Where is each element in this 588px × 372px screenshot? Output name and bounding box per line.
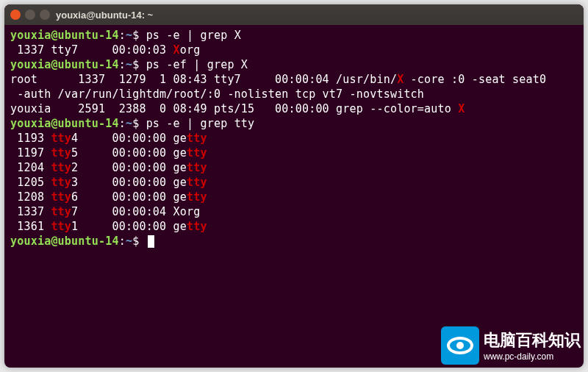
prompt-user-host: youxia@ubuntu-14 [10,235,119,248]
window-title: youxia@ubuntu-14: ~ [56,10,153,21]
grep-match: tty [51,190,71,204]
prompt-symbol: $ [132,235,146,248]
output-text: -auth /var/run/lightdm/root/:0 -nolisten… [10,87,424,101]
prompt-user-host: youxia@ubuntu-14 [10,117,119,130]
prompt-symbol: $ [132,58,146,71]
watermark-url: www.pc-daily.com [484,351,581,362]
grep-match: tty [187,161,207,174]
prompt-user-host: youxia@ubuntu-14 [10,29,119,42]
cursor-icon [148,235,154,248]
output-text: 1 00:00:00 ge [71,220,187,233]
watermark-main: 电脑百科知识 [484,329,581,351]
watermark: 电脑百科知识 www.pc-daily.com [441,326,581,365]
terminal-area[interactable]: youxia@ubuntu-14:~$ ps -e | grep X 1337 … [4,25,584,251]
prompt-colon: : [119,235,126,248]
grep-match: X [397,73,404,86]
output-line: -auth /var/run/lightdm/root/:0 -nolisten… [10,87,578,101]
grep-match: tty [187,190,207,204]
grep-match: tty [51,161,71,174]
output-text: 3 00:00:00 ge [71,176,187,189]
prompt-line: youxia@ubuntu-14:~$ ps -e | grep tty [10,116,578,131]
prompt-colon: : [119,29,126,42]
close-icon[interactable] [10,10,21,20]
output-line: 1193 tty4 00:00:00 getty [10,131,578,146]
output-text: youxia 2591 2388 0 08:49 pts/15 00:00:00… [10,102,458,115]
output-text: 1361 [10,220,51,233]
output-text: 1197 [10,146,51,160]
output-text: -core :0 -seat seat0 [404,73,546,86]
output-text: root 1337 1279 1 08:43 tty7 00:00:04 /us… [10,73,397,86]
output-text: 2 00:00:00 ge [71,161,187,174]
grep-match: tty [187,220,207,233]
prompt-path: ~ [126,29,132,42]
output-text: 1337 tty7 00:00:03 [10,43,173,57]
output-text: 4 00:00:00 ge [71,132,187,145]
grep-match: tty [51,146,71,160]
output-text: 1193 [10,132,51,145]
output-text: 1208 [10,190,51,204]
output-line: 1204 tty2 00:00:00 getty [10,160,578,175]
prompt-path: ~ [126,58,132,71]
watermark-text: 电脑百科知识 www.pc-daily.com [484,329,581,362]
grep-match: tty [51,205,71,218]
terminal-window: youxia@ubuntu-14: ~ youxia@ubuntu-14:~$ … [4,4,584,368]
eye-icon [441,326,479,365]
output-line: 1208 tty6 00:00:00 getty [10,190,578,204]
prompt-path: ~ [126,235,132,248]
command-text: ps -e | grep X [146,29,241,42]
output-line: 1361 tty1 00:00:00 getty [10,219,578,234]
prompt-user-host: youxia@ubuntu-14 [10,58,119,71]
prompt-colon: : [119,117,126,130]
output-line: youxia 2591 2388 0 08:49 pts/15 00:00:00… [10,101,578,116]
grep-match: tty [51,176,71,189]
maximize-icon[interactable] [40,10,50,20]
prompt-line: youxia@ubuntu-14:~$ ps -ef | grep X [10,57,578,72]
output-line: 1337 tty7 00:00:03 Xorg [10,43,578,57]
output-line: 1205 tty3 00:00:00 getty [10,175,578,190]
grep-match: tty [51,220,71,233]
prompt-symbol: $ [132,29,146,42]
prompt-path: ~ [126,117,132,130]
prompt-line: youxia@ubuntu-14:~$ [10,234,578,248]
grep-match: tty [51,132,71,145]
command-text: ps -e | grep tty [146,117,255,130]
grep-match: tty [187,132,207,145]
grep-match: X [173,43,180,57]
minimize-icon[interactable] [25,10,35,20]
output-line: root 1337 1279 1 08:43 tty7 00:00:04 /us… [10,72,578,87]
command-text: ps -ef | grep X [146,58,248,71]
output-text: 7 00:00:04 Xorg [71,205,200,218]
output-text: 1204 [10,161,51,174]
window-controls [10,10,50,20]
output-text: 1205 [10,176,51,189]
output-line: 1337 tty7 00:00:04 Xorg [10,204,578,219]
prompt-colon: : [119,58,126,71]
output-text: 5 00:00:00 ge [71,146,187,160]
prompt-line: youxia@ubuntu-14:~$ ps -e | grep X [10,28,578,43]
output-text: 6 00:00:00 ge [71,190,187,204]
output-text: org [180,43,201,57]
prompt-symbol: $ [132,117,146,130]
output-line: 1197 tty5 00:00:00 getty [10,146,578,160]
grep-match: tty [187,146,207,160]
grep-match: tty [187,176,207,189]
grep-match: X [458,102,465,115]
titlebar[interactable]: youxia@ubuntu-14: ~ [4,4,584,25]
output-text: 1337 [10,205,51,218]
